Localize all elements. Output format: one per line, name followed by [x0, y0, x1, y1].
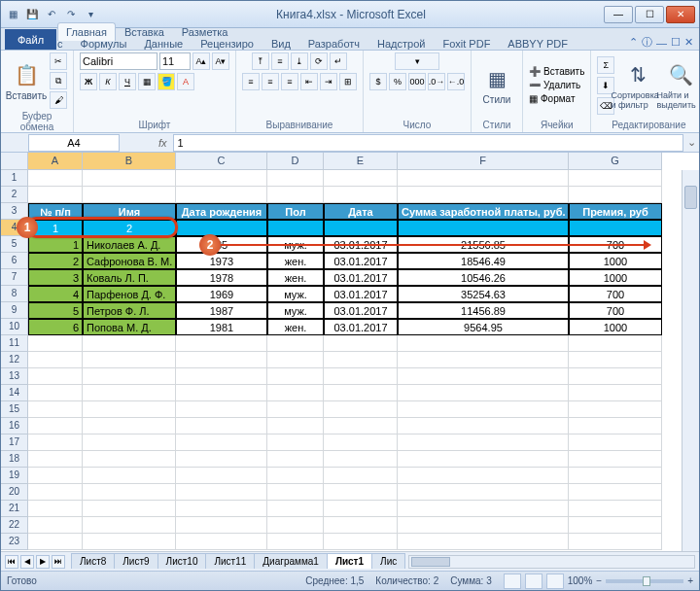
cell-G10[interactable]: 1000 — [569, 319, 662, 335]
col-header-F[interactable]: F — [398, 153, 569, 170]
cell-B19[interactable] — [83, 468, 176, 484]
cell-E11[interactable] — [324, 335, 398, 352]
column-headers[interactable]: ABCDEFG — [28, 153, 682, 170]
cell-A21[interactable] — [28, 501, 83, 517]
cell-D11[interactable] — [267, 335, 324, 352]
cell-E5[interactable]: 03.01.2017 — [324, 236, 398, 253]
cell-C22[interactable] — [176, 517, 267, 534]
cell-E1[interactable] — [324, 170, 398, 187]
row-headers[interactable]: 1234567891011121314151617181920212223 — [1, 170, 28, 550]
insert-cells-button[interactable]: ➕Вставить — [529, 66, 584, 77]
indent-dec-icon[interactable]: ⇤ — [300, 73, 318, 90]
cell-B12[interactable] — [83, 352, 176, 368]
maximize-button[interactable]: ☐ — [635, 6, 664, 23]
redo-icon[interactable]: ↷ — [63, 7, 79, 22]
find-select-button[interactable]: 🔍 Найти и выделить — [661, 61, 700, 110]
align-top-icon[interactable]: ⤒ — [252, 52, 269, 70]
row-header-8[interactable]: 8 — [1, 286, 28, 302]
row-header-16[interactable]: 16 — [1, 418, 28, 435]
cell-A11[interactable] — [28, 335, 83, 352]
cell-A13[interactable] — [28, 368, 83, 385]
cell-G13[interactable] — [569, 368, 662, 385]
cell-G18[interactable] — [569, 451, 662, 468]
cell-C13[interactable] — [176, 368, 267, 385]
cell-B3[interactable]: Имя — [83, 203, 176, 220]
sort-filter-button[interactable]: ⇅ Сортировка и фильтр — [618, 61, 657, 110]
horizontal-scrollbar[interactable] — [408, 555, 695, 569]
cell-F17[interactable] — [398, 435, 569, 451]
view-normal-icon[interactable] — [504, 574, 521, 589]
cell-A5[interactable]: 1 — [28, 236, 83, 253]
cell-C11[interactable] — [176, 335, 267, 352]
cell-D10[interactable]: жен. — [267, 319, 324, 335]
cell-F6[interactable]: 18546.49 — [398, 253, 569, 269]
col-header-B[interactable]: B — [83, 153, 176, 170]
cell-G4[interactable] — [569, 220, 662, 236]
select-all-corner[interactable] — [1, 153, 28, 170]
cell-G22[interactable] — [569, 517, 662, 534]
sheet-area[interactable]: ABCDEFG 12345678910111213141516171819202… — [1, 153, 699, 551]
cell-C5[interactable]: 85 — [176, 236, 267, 253]
cell-E6[interactable]: 03.01.2017 — [324, 253, 398, 269]
cell-A8[interactable]: 4 — [28, 286, 83, 302]
cell-A4[interactable]: 1 — [28, 220, 83, 236]
cell-D4[interactable] — [267, 220, 324, 236]
row-header-1[interactable]: 1 — [1, 170, 28, 187]
merge-icon[interactable]: ⊞ — [339, 73, 357, 90]
cell-G14[interactable] — [569, 385, 662, 401]
cell-F4[interactable] — [398, 220, 569, 236]
formula-expand-icon[interactable]: ⌄ — [683, 136, 699, 149]
cell-D17[interactable] — [267, 435, 324, 451]
number-format-select[interactable]: ▾ — [395, 52, 439, 70]
cell-B6[interactable]: Сафронова В. М. — [83, 253, 176, 269]
cell-D5[interactable]: муж. — [267, 236, 324, 253]
view-layout-icon[interactable] — [525, 574, 542, 589]
paste-button[interactable]: 📋 Вставить — [7, 61, 46, 101]
styles-button[interactable]: ▦ Стили — [477, 65, 516, 105]
cell-A17[interactable] — [28, 435, 83, 451]
percent-icon[interactable]: % — [389, 73, 406, 90]
align-left-icon[interactable]: ≡ — [242, 73, 260, 90]
cell-E19[interactable] — [324, 468, 398, 484]
cell-A18[interactable] — [28, 451, 83, 468]
cell-E14[interactable] — [324, 385, 398, 401]
cell-grid[interactable]: № п/пИмяДата рожденияПолДатаСумма зарабо… — [28, 170, 682, 551]
cell-D18[interactable] — [267, 451, 324, 468]
vscroll-thumb[interactable] — [684, 186, 697, 209]
cell-B11[interactable] — [83, 335, 176, 352]
cell-B20[interactable] — [83, 484, 176, 501]
cell-B18[interactable] — [83, 451, 176, 468]
align-center-icon[interactable]: ≡ — [262, 73, 279, 90]
cell-C1[interactable] — [176, 170, 267, 187]
row-header-17[interactable]: 17 — [1, 435, 28, 451]
sheet-tab-Лис[interactable]: Лис — [371, 553, 405, 569]
cell-E2[interactable] — [324, 187, 398, 203]
cell-C6[interactable]: 1973 — [176, 253, 267, 269]
cell-G11[interactable] — [569, 335, 662, 352]
row-header-23[interactable]: 23 — [1, 534, 28, 550]
help-icon[interactable]: ⓘ — [642, 35, 652, 50]
row-header-19[interactable]: 19 — [1, 468, 28, 484]
cell-E13[interactable] — [324, 368, 398, 385]
cell-G7[interactable]: 1000 — [569, 269, 662, 286]
currency-icon[interactable]: $ — [369, 73, 387, 90]
cell-A3[interactable]: № п/п — [28, 203, 83, 220]
font-color-icon[interactable]: A — [177, 73, 194, 90]
cell-E22[interactable] — [324, 517, 398, 534]
row-header-13[interactable]: 13 — [1, 368, 28, 385]
cell-F19[interactable] — [398, 468, 569, 484]
cell-B9[interactable]: Петров Ф. Л. — [83, 302, 176, 319]
cell-G9[interactable]: 700 — [569, 302, 662, 319]
bold-icon[interactable]: Ж — [80, 73, 97, 90]
cell-D21[interactable] — [267, 501, 324, 517]
shrink-font-icon[interactable]: A▾ — [212, 52, 229, 70]
cell-F9[interactable]: 11456.89 — [398, 302, 569, 319]
underline-icon[interactable]: Ч — [119, 73, 136, 90]
cell-A19[interactable] — [28, 468, 83, 484]
format-painter-icon[interactable]: 🖌 — [50, 91, 67, 109]
cell-C20[interactable] — [176, 484, 267, 501]
cell-B1[interactable] — [83, 170, 176, 187]
cell-B22[interactable] — [83, 517, 176, 534]
cell-G19[interactable] — [569, 468, 662, 484]
grow-font-icon[interactable]: A▴ — [192, 52, 210, 70]
